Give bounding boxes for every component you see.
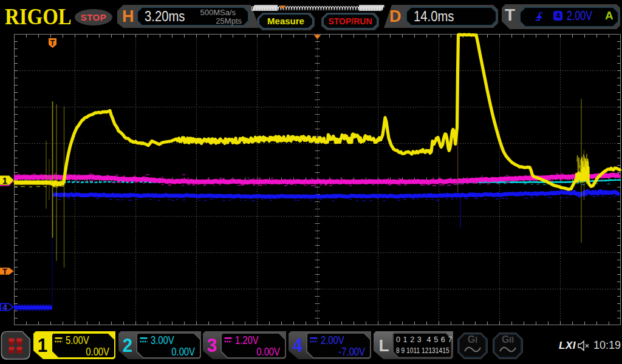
svg-text:4: 4 <box>2 303 7 312</box>
svg-text:1: 1 <box>2 175 7 186</box>
svg-text:T: T <box>50 39 55 47</box>
svg-text:T: T <box>2 267 7 276</box>
